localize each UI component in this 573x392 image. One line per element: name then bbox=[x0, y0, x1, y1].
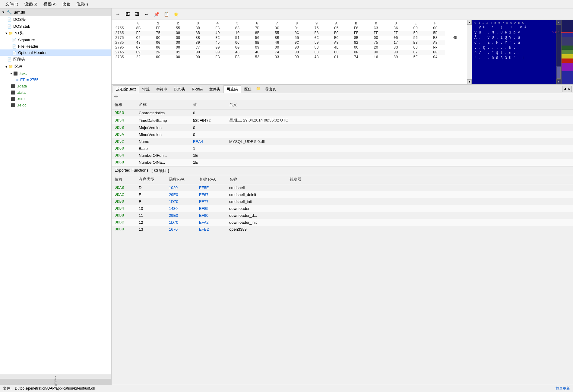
hex-cell[interactable]: E8 bbox=[426, 36, 445, 40]
tree-item-file-header[interactable]: 📄 File Header bbox=[0, 43, 111, 49]
hex-cell[interactable]: C8 bbox=[406, 45, 426, 50]
hex-cell[interactable]: 00 bbox=[168, 40, 188, 45]
check-update-link[interactable]: 检查更新 bbox=[556, 386, 570, 391]
hex-cell[interactable]: 83 bbox=[227, 26, 247, 31]
hex-cell[interactable]: EC bbox=[208, 36, 228, 40]
hex-cell[interactable]: 00 bbox=[267, 45, 287, 50]
toolbar-btn-pin[interactable]: 📌 bbox=[153, 10, 160, 18]
tab-strings[interactable]: 字符串 bbox=[153, 85, 170, 93]
hex-cell[interactable]: A8 bbox=[307, 55, 327, 60]
export-offset[interactable]: DDB4 bbox=[112, 205, 136, 212]
hex-cell[interactable]: 83 bbox=[386, 45, 406, 50]
export-func-rva[interactable]: 29E0 bbox=[166, 191, 196, 198]
hex-cell[interactable]: EB bbox=[208, 55, 228, 60]
tree-item-sections[interactable]: ▼ 📁 区段 bbox=[0, 63, 111, 70]
hex-cell[interactable]: C3 bbox=[366, 26, 386, 31]
hex-cell[interactable]: 7D bbox=[247, 26, 267, 31]
export-func-rva[interactable]: 1D70 bbox=[166, 198, 196, 205]
tree-item-signature[interactable]: 📄 Signature bbox=[0, 37, 111, 43]
tab-nav-left[interactable]: ◀ bbox=[562, 86, 567, 92]
hex-cell[interactable]: 00 bbox=[168, 36, 188, 40]
hex-cell[interactable]: 55 bbox=[267, 31, 287, 36]
hex-cell[interactable]: 56 bbox=[406, 36, 426, 40]
collapse-icon[interactable]: ▼ bbox=[2, 11, 5, 14]
hex-cell[interactable]: 43 bbox=[128, 40, 148, 45]
tab-disasm[interactable]: 反汇编: .text bbox=[113, 85, 139, 93]
hex-scrollbar[interactable]: ▲ ▼ bbox=[467, 20, 472, 84]
move-handle[interactable]: ✛ bbox=[112, 93, 573, 100]
hex-cell[interactable]: 0F bbox=[128, 45, 148, 50]
hex-cell[interactable]: 05 bbox=[386, 36, 406, 40]
hex-cell[interactable]: 00 bbox=[168, 55, 188, 60]
hex-cell[interactable]: FF bbox=[426, 45, 445, 50]
hex-cell[interactable]: 83 bbox=[307, 45, 327, 50]
hex-cell[interactable]: 01 bbox=[287, 26, 307, 31]
tree-item-data[interactable]: ⬛ .data bbox=[0, 89, 111, 96]
detail-offset[interactable]: DD58 bbox=[112, 124, 136, 131]
export-name-rva[interactable]: EFA2 bbox=[196, 219, 226, 226]
hex-cell[interactable]: 00 bbox=[406, 26, 426, 31]
hex-cell[interactable]: FF bbox=[386, 31, 406, 36]
toolbar-btn-img1[interactable]: 🖼 bbox=[124, 10, 131, 18]
hex-cell[interactable]: 8B bbox=[346, 36, 366, 40]
hex-cell[interactable]: E9 bbox=[128, 50, 148, 55]
tab-dos[interactable]: DOS头 bbox=[170, 85, 188, 93]
hex-cell[interactable]: 00 bbox=[148, 55, 168, 60]
hex-cell[interactable]: 46 bbox=[267, 40, 287, 45]
menu-settings[interactable]: 设置(S) bbox=[21, 0, 40, 8]
export-offset[interactable]: DDB0 bbox=[112, 198, 136, 205]
toolbar-btn-forward[interactable]: → bbox=[114, 10, 122, 18]
hex-cell[interactable]: EC bbox=[208, 26, 228, 31]
tree-item-rsrc[interactable]: ⬛ .rsrc bbox=[0, 96, 111, 102]
toolbar-btn-img2[interactable]: 🖼 bbox=[133, 10, 141, 18]
hex-cell[interactable]: 0C bbox=[227, 40, 247, 45]
detail-offset[interactable]: DD64 bbox=[112, 152, 136, 159]
hex-cell[interactable]: 36 bbox=[386, 26, 406, 31]
hex-cell[interactable]: 82 bbox=[346, 40, 366, 45]
hex-cell[interactable]: 04 bbox=[426, 55, 445, 60]
hex-cell[interactable]: 55 bbox=[287, 36, 307, 40]
hex-cell[interactable]: 0C bbox=[287, 31, 307, 36]
detail-offset[interactable]: DD5C bbox=[112, 138, 136, 145]
hex-cell[interactable]: 5D bbox=[426, 31, 445, 36]
hex-cell[interactable]: 00 bbox=[168, 45, 188, 50]
hex-cell[interactable]: 01 bbox=[326, 55, 346, 60]
hex-cell[interactable]: 00 bbox=[227, 45, 247, 50]
tree-item-text[interactable]: ▼ ⬛ .text bbox=[0, 70, 111, 77]
hex-cell[interactable]: 00 bbox=[148, 45, 168, 50]
hex-cell[interactable]: 51 bbox=[227, 36, 247, 40]
export-name-rva[interactable]: EF85 bbox=[196, 205, 226, 212]
left-scroll-bar[interactable]: ▼ bbox=[0, 374, 111, 379]
hex-cell[interactable]: E8 bbox=[307, 31, 327, 36]
hex-cell[interactable]: A8 bbox=[227, 50, 247, 55]
tree-item-nt-head[interactable]: ▼ 📁 NT头 bbox=[0, 30, 111, 37]
hex-cell[interactable]: 8B bbox=[188, 36, 208, 40]
tree-item-section-head[interactable]: 📄 区段头 bbox=[0, 56, 111, 63]
hex-cell[interactable]: 0C bbox=[148, 36, 168, 40]
export-func-rva[interactable]: 29E0 bbox=[166, 212, 196, 219]
hex-cell[interactable]: 5E bbox=[406, 55, 426, 60]
hex-cell[interactable]: FF bbox=[366, 31, 386, 36]
hex-cell[interactable]: 00 bbox=[426, 26, 445, 31]
hex-cell[interactable]: 00 bbox=[386, 50, 406, 55]
hex-cell[interactable]: 00 bbox=[148, 40, 168, 45]
export-name-rva[interactable]: EF67 bbox=[196, 191, 226, 198]
hex-cell[interactable]: DB bbox=[287, 55, 307, 60]
hex-cell[interactable]: 75 bbox=[366, 40, 386, 45]
export-func-rva[interactable]: 1430 bbox=[166, 205, 196, 212]
hex-cell[interactable]: A8 bbox=[326, 40, 346, 45]
detail-offset[interactable]: DD50 bbox=[112, 109, 136, 116]
export-name-rva[interactable]: EF90 bbox=[196, 212, 226, 219]
export-func-rva[interactable]: 1D70 bbox=[166, 219, 196, 226]
hex-cell[interactable]: 59 bbox=[406, 31, 426, 36]
export-name-rva[interactable]: EFB2 bbox=[196, 226, 226, 233]
hex-cell[interactable]: 55 bbox=[168, 26, 188, 31]
hex-cell[interactable]: 4E bbox=[326, 45, 346, 50]
tab-normal[interactable]: 常规 bbox=[139, 85, 153, 93]
hex-cell[interactable]: 8B bbox=[267, 36, 287, 40]
hex-cell[interactable]: 00 bbox=[366, 36, 386, 40]
export-offset[interactable]: DDA8 bbox=[112, 184, 136, 191]
export-name-rva[interactable]: EF5E bbox=[196, 184, 226, 191]
hex-cell[interactable]: 56 bbox=[247, 36, 267, 40]
hex-cell[interactable]: 00 bbox=[208, 50, 228, 55]
